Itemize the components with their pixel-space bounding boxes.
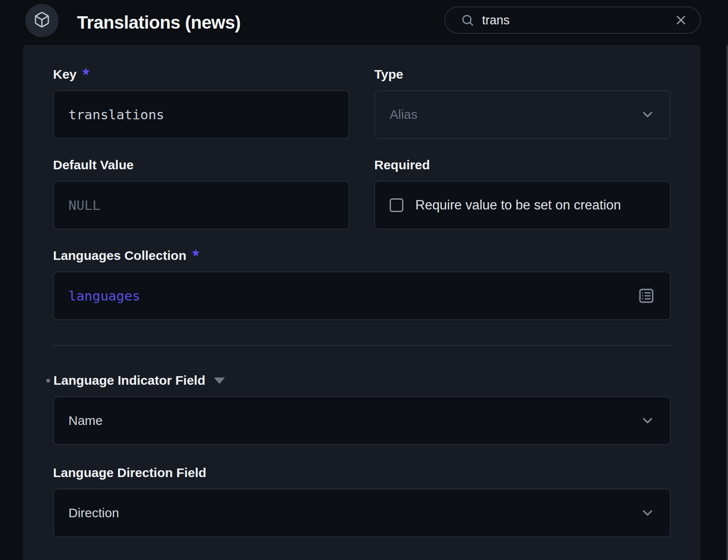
language-direction-select-value: Direction: [68, 506, 119, 520]
caret-down-icon[interactable]: [214, 377, 225, 384]
field-languages-collection: Languages Collection ★: [53, 248, 671, 320]
required-asterisk: ★: [82, 66, 90, 77]
field-type: Type Alias: [374, 67, 671, 139]
languages-collection-label: Languages Collection ★: [53, 248, 671, 263]
modified-dot-icon: [46, 379, 50, 383]
field-language-direction: Language Direction Field Direction: [53, 466, 671, 537]
type-select-value: Alias: [390, 107, 417, 122]
scrollbar[interactable]: [726, 45, 728, 560]
type-select[interactable]: Alias: [374, 90, 671, 139]
box-icon: [33, 11, 50, 30]
chevron-down-icon: [640, 413, 655, 428]
type-label: Type: [374, 67, 671, 82]
required-label: Required: [374, 158, 671, 172]
search-input[interactable]: [482, 13, 674, 27]
key-label: Key ★: [53, 67, 349, 82]
languages-collection-input-box[interactable]: [53, 271, 671, 320]
languages-collection-input[interactable]: [68, 288, 637, 304]
search-icon: [461, 13, 474, 27]
page-title: Translations (news): [77, 0, 241, 45]
field-language-indicator: Language Indicator Field Name: [53, 373, 671, 445]
default-value-input[interactable]: [68, 197, 334, 213]
required-checkbox-row[interactable]: Require value to be set on creation: [374, 181, 671, 230]
top-bar: Translations (news): [0, 0, 728, 45]
default-value-label: Default Value: [53, 158, 349, 172]
language-direction-label: Language Direction Field: [53, 466, 671, 480]
section-divider: [53, 345, 671, 346]
chevron-down-icon: [640, 505, 655, 521]
default-value-input-box[interactable]: [53, 181, 349, 230]
close-icon[interactable]: [674, 13, 688, 27]
require-checkbox-label: Require value to be set on creation: [415, 197, 621, 213]
language-indicator-label: Language Indicator Field: [53, 373, 205, 388]
field-default-value: Default Value: [53, 158, 349, 230]
key-input[interactable]: [68, 107, 334, 122]
language-indicator-select-value: Name: [68, 413, 103, 428]
field-key: Key ★: [53, 67, 349, 139]
field-required: Required Require value to be set on crea…: [374, 158, 671, 230]
require-checkbox[interactable]: [390, 198, 403, 212]
key-input-box[interactable]: [53, 90, 349, 139]
required-asterisk: ★: [192, 248, 200, 259]
language-indicator-select[interactable]: Name: [53, 396, 671, 445]
list-icon[interactable]: [637, 287, 655, 305]
search-bar[interactable]: [444, 6, 701, 34]
chevron-down-icon: [640, 107, 655, 122]
language-direction-select[interactable]: Direction: [53, 489, 671, 537]
collection-icon-button[interactable]: [25, 4, 59, 37]
language-indicator-label-row: Language Indicator Field: [53, 373, 671, 388]
field-detail-panel: Key ★ Type Alias Default Value: [23, 45, 701, 560]
